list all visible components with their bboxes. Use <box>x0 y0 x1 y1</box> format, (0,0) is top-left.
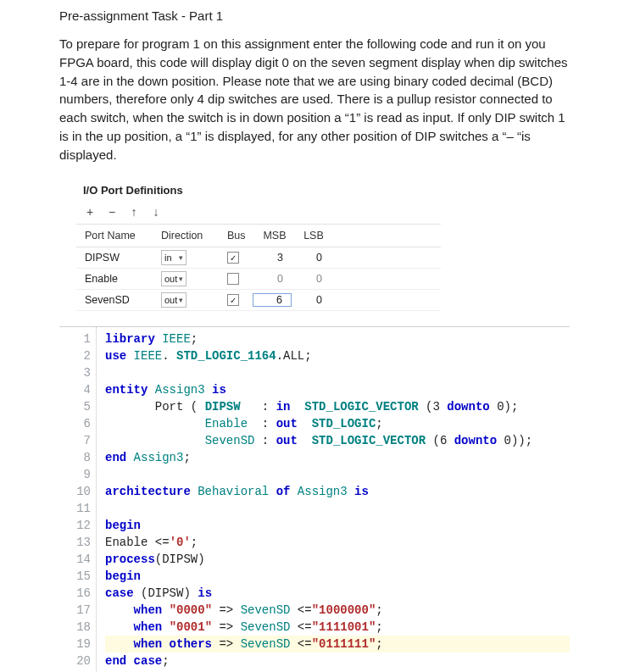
lsb-cell[interactable]: 0 <box>292 273 331 285</box>
code-line: begin <box>105 568 570 585</box>
line-number: 2 <box>59 347 91 364</box>
chevron-down-icon: ▾ <box>179 275 183 283</box>
port-name-cell: Enable <box>80 273 156 285</box>
code-line: end case; <box>105 653 570 669</box>
table-row: SevenSDout▾✓60 <box>76 290 441 311</box>
code-line <box>105 364 570 381</box>
direction-cell: in▾ <box>156 250 222 265</box>
msb-cell[interactable]: 0 <box>253 273 292 285</box>
line-gutter: 1234567891011121314151617181920212223 <box>59 327 97 672</box>
direction-cell: out▾ <box>156 292 222 308</box>
direction-select[interactable]: in▾ <box>161 250 186 265</box>
line-number: 14 <box>59 551 91 568</box>
line-number: 12 <box>59 517 91 534</box>
code-line: Enable <='0'; <box>105 534 570 551</box>
move-up-button[interactable]: ↑ <box>124 202 144 222</box>
line-number: 3 <box>59 364 91 381</box>
code-line: entity Assign3 is <box>105 381 570 398</box>
lsb-cell[interactable]: 0 <box>292 294 331 306</box>
intro-paragraph: To prepare for program 1 on this assignm… <box>59 35 570 164</box>
code-line: end Assign3; <box>105 449 570 466</box>
direction-select[interactable]: out▾ <box>161 292 186 308</box>
direction-select[interactable]: out▾ <box>161 271 186 286</box>
line-number: 7 <box>59 432 91 449</box>
direction-cell: out▾ <box>156 271 222 286</box>
remove-button[interactable]: − <box>102 202 122 222</box>
table-row: Enableout▾00 <box>76 269 441 290</box>
chevron-down-icon: ▾ <box>179 296 183 304</box>
col-lsb: LSB <box>292 230 331 242</box>
panel-title: I/O Port Definitions <box>76 179 441 200</box>
code-line: SevenSD : out STD_LOGIC_VECTOR (6 downto… <box>105 432 570 449</box>
line-number: 11 <box>59 500 91 517</box>
line-number: 8 <box>59 449 91 466</box>
port-name-cell: DIPSW <box>80 252 156 264</box>
bus-checkbox[interactable] <box>227 273 239 285</box>
code-line: begin <box>105 517 570 534</box>
page-title: Pre-assignment Task - Part 1 <box>59 8 570 23</box>
col-direction: Direction <box>156 230 222 242</box>
bus-checkbox[interactable]: ✓ <box>227 252 239 264</box>
chevron-down-icon: ▾ <box>179 253 183 262</box>
line-number: 15 <box>59 568 91 585</box>
code-line: architecture Behavioral of Assign3 is <box>105 483 570 500</box>
line-number: 6 <box>59 415 91 432</box>
code-line: Enable : out STD_LOGIC; <box>105 415 570 432</box>
line-number: 20 <box>59 653 91 669</box>
line-number: 1 <box>59 330 91 347</box>
line-number: 13 <box>59 534 91 551</box>
lsb-cell[interactable]: 0 <box>292 252 331 264</box>
code-line: use IEEE. STD_LOGIC_1164.ALL; <box>105 347 570 364</box>
code-line: Port ( DIPSW : in STD_LOGIC_VECTOR (3 do… <box>105 398 570 415</box>
add-button[interactable]: + <box>80 202 100 222</box>
code-line: when "0000" => SevenSD <="1000000"; <box>105 602 570 619</box>
code-line: process(DIPSW) <box>105 551 570 568</box>
col-msb: MSB <box>253 230 292 242</box>
table-row: DIPSWin▾✓30 <box>76 247 441 269</box>
line-number: 9 <box>59 466 91 483</box>
line-number: 16 <box>59 585 91 602</box>
code-line: when others => SevenSD <="0111111"; <box>105 636 570 653</box>
code-area: library IEEE;use IEEE. STD_LOGIC_1164.AL… <box>97 327 570 672</box>
msb-cell[interactable]: 3 <box>253 252 292 264</box>
code-line: library IEEE; <box>105 330 570 347</box>
line-number: 19 <box>59 636 91 653</box>
code-line: when "0001" => SevenSD <="1111001"; <box>105 619 570 636</box>
bus-cell <box>222 273 253 285</box>
line-number: 5 <box>59 398 91 415</box>
line-number: 18 <box>59 619 91 636</box>
io-port-panel: I/O Port Definitions + − ↑ ↓ Port Name D… <box>76 179 441 311</box>
bus-checkbox[interactable]: ✓ <box>227 294 239 306</box>
move-down-button[interactable]: ↓ <box>146 202 166 222</box>
table-header: Port Name Direction Bus MSB LSB <box>76 225 441 247</box>
bus-cell: ✓ <box>222 252 253 264</box>
code-editor: 1234567891011121314151617181920212223 li… <box>59 326 570 672</box>
line-number: 4 <box>59 381 91 398</box>
code-line: case (DIPSW) is <box>105 585 570 602</box>
line-number: 17 <box>59 602 91 619</box>
line-number: 10 <box>59 483 91 500</box>
col-port-name: Port Name <box>80 230 156 242</box>
msb-cell[interactable]: 6 <box>253 293 292 307</box>
code-line <box>105 466 570 483</box>
port-name-cell: SevenSD <box>80 294 156 306</box>
bus-cell: ✓ <box>222 294 253 306</box>
panel-toolbar: + − ↑ ↓ <box>76 200 441 225</box>
col-bus: Bus <box>222 230 253 242</box>
code-line <box>105 500 570 517</box>
